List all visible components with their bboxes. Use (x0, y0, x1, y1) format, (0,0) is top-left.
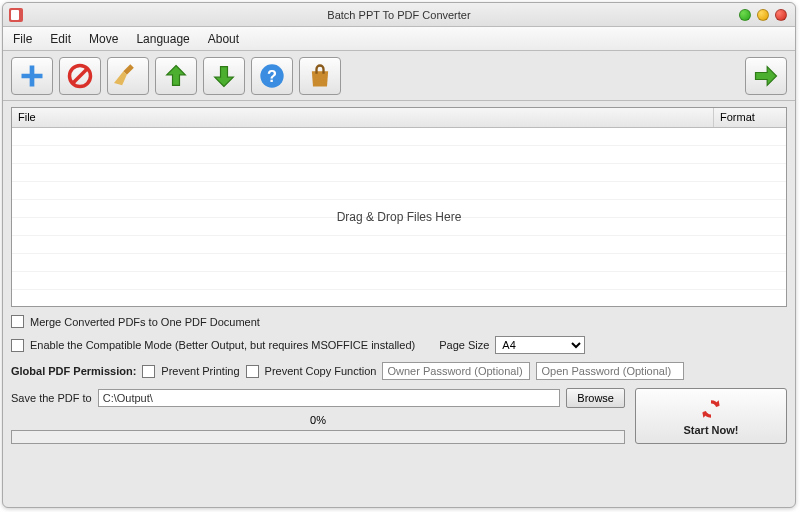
prevent-copy-checkbox[interactable] (246, 365, 259, 378)
help-button[interactable]: ? (251, 57, 293, 95)
save-label: Save the PDF to (11, 392, 92, 404)
close-button[interactable] (775, 9, 787, 21)
start-label: Start Now! (684, 424, 739, 436)
menu-edit[interactable]: Edit (50, 32, 71, 46)
merge-checkbox[interactable] (11, 315, 24, 328)
menu-bar: File Edit Move Language About (3, 27, 795, 51)
add-button[interactable] (11, 57, 53, 95)
menu-move[interactable]: Move (89, 32, 118, 46)
svg-text:?: ? (267, 66, 277, 84)
menu-about[interactable]: About (208, 32, 239, 46)
menu-language[interactable]: Language (136, 32, 189, 46)
file-list-header: File Format (12, 108, 786, 128)
owner-password-input[interactable] (382, 362, 530, 380)
permission-label: Global PDF Permission: (11, 365, 136, 377)
drag-drop-hint: Drag & Drop Files Here (337, 210, 462, 224)
move-down-button[interactable] (203, 57, 245, 95)
file-list-panel: File Format Drag & Drop Files Here (11, 107, 787, 307)
column-format[interactable]: Format (714, 108, 786, 127)
broom-icon (114, 62, 142, 90)
save-row: Save the PDF to Browse (11, 388, 625, 408)
remove-button[interactable] (59, 57, 101, 95)
merge-label: Merge Converted PDFs to One PDF Document (30, 316, 260, 328)
prevent-print-label: Prevent Printing (161, 365, 239, 377)
toolbar: ? (3, 51, 795, 101)
clear-button[interactable] (107, 57, 149, 95)
file-list-body[interactable]: Drag & Drop Files Here (12, 128, 786, 306)
compat-row: Enable the Compatible Mode (Better Outpu… (11, 336, 787, 354)
svg-line-1 (73, 69, 87, 83)
shopping-bag-icon (306, 62, 334, 90)
progress-area: 0% (11, 414, 625, 444)
menu-file[interactable]: File (13, 32, 32, 46)
permission-row: Global PDF Permission: Prevent Printing … (11, 362, 787, 380)
content-area: File Format Drag & Drop Files Here Merge… (3, 101, 795, 507)
refresh-icon (698, 396, 724, 422)
bottom-area: Save the PDF to Browse 0% Start Now! (11, 388, 787, 444)
open-password-input[interactable] (536, 362, 684, 380)
move-up-button[interactable] (155, 57, 197, 95)
compat-checkbox[interactable] (11, 339, 24, 352)
prevent-copy-label: Prevent Copy Function (265, 365, 377, 377)
pagesize-label: Page Size (439, 339, 489, 351)
arrow-up-icon (162, 62, 190, 90)
arrow-right-icon (752, 62, 780, 90)
window-title: Batch PPT To PDF Converter (3, 9, 795, 21)
no-entry-icon (66, 62, 94, 90)
browse-button[interactable]: Browse (566, 388, 625, 408)
pagesize-select[interactable]: A4 (495, 336, 585, 354)
column-file[interactable]: File (12, 108, 714, 127)
progress-bar (11, 430, 625, 444)
app-window: Batch PPT To PDF Converter File Edit Mov… (2, 2, 796, 508)
prevent-print-checkbox[interactable] (142, 365, 155, 378)
progress-percent: 0% (11, 414, 625, 426)
plus-icon (18, 62, 46, 90)
shop-button[interactable] (299, 57, 341, 95)
arrow-down-icon (210, 62, 238, 90)
window-controls (739, 9, 787, 21)
convert-button[interactable] (745, 57, 787, 95)
maximize-button[interactable] (757, 9, 769, 21)
merge-row: Merge Converted PDFs to One PDF Document (11, 315, 787, 328)
start-button[interactable]: Start Now! (635, 388, 787, 444)
compat-label: Enable the Compatible Mode (Better Outpu… (30, 339, 415, 351)
titlebar: Batch PPT To PDF Converter (3, 3, 795, 27)
save-path-input[interactable] (98, 389, 561, 407)
minimize-button[interactable] (739, 9, 751, 21)
help-icon: ? (258, 62, 286, 90)
